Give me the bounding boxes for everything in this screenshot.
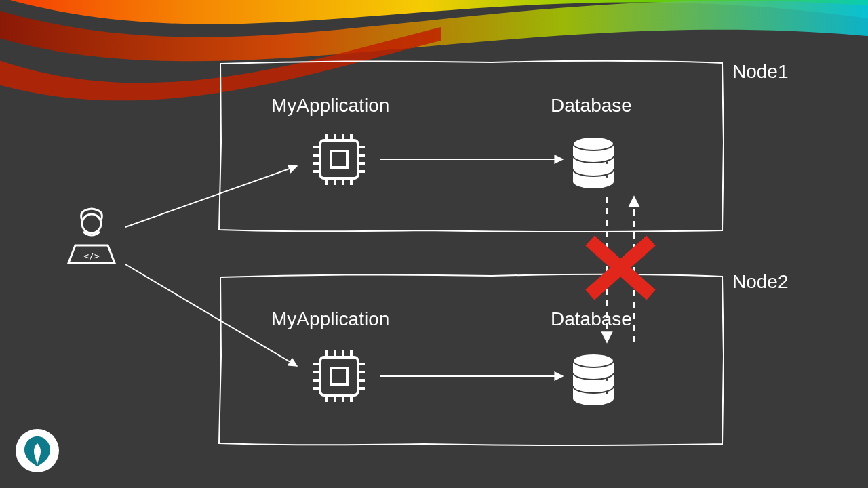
node-box-2	[219, 274, 724, 445]
chip-icon	[313, 134, 365, 185]
svg-point-22	[82, 214, 101, 233]
node2-label: Node2	[732, 271, 789, 293]
user-icon: </>	[68, 209, 115, 263]
arrow-user-to-app1	[125, 166, 297, 227]
svg-text:</>: </>	[83, 251, 100, 261]
cross-icon	[590, 241, 651, 295]
chip-icon	[313, 350, 365, 402]
logo-badge	[14, 427, 61, 474]
database-icon	[573, 137, 614, 188]
node-box-1	[219, 61, 724, 232]
database-icon	[573, 354, 614, 405]
app2-label: MyApplication	[271, 308, 389, 330]
app1-label: MyApplication	[271, 95, 389, 117]
svg-point-26	[16, 429, 59, 472]
db1-label: Database	[551, 95, 632, 117]
db2-label: Database	[551, 308, 632, 330]
node1-label: Node1	[732, 61, 789, 83]
